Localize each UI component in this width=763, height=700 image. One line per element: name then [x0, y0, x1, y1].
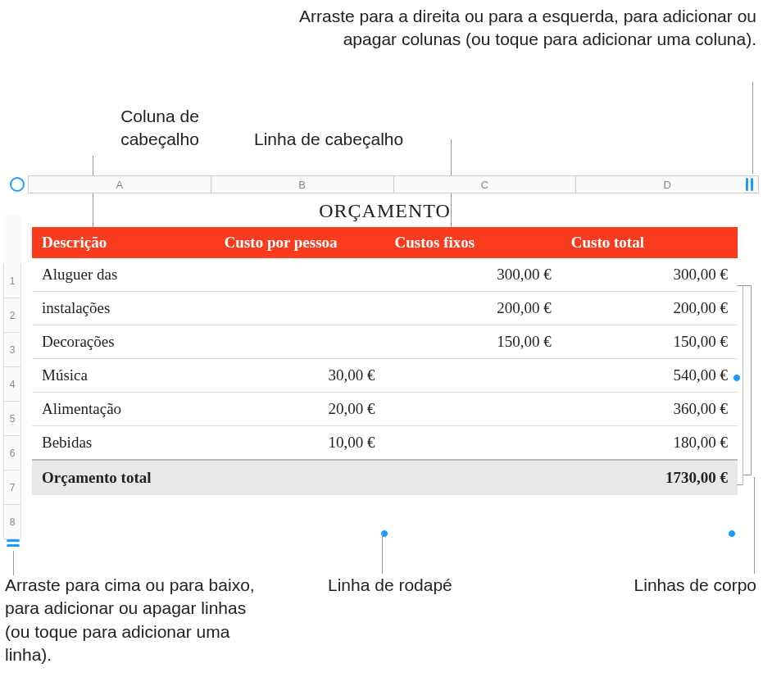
leader-line	[754, 477, 755, 574]
callout-body-rows: Linhas de corpo	[625, 574, 756, 597]
cell-per-person[interactable]: 20,00 €	[202, 393, 385, 426]
row-header-1[interactable]: 1	[3, 264, 21, 298]
cell-per-person[interactable]	[202, 325, 385, 359]
footer-label[interactable]: Orçamento total	[32, 460, 561, 495]
cell-per-person[interactable]: 10,00 €	[202, 426, 385, 461]
spreadsheet-area: A B C D 1 2 3 4 5 6 7 8 ORÇAMENTO Descri…	[3, 175, 759, 548]
cell-total[interactable]: 360,00 €	[561, 393, 738, 426]
cell-desc[interactable]: Decorações	[32, 325, 202, 359]
cell-fixed[interactable]	[384, 359, 561, 393]
table-row[interactable]: Bebidas 10,00 € 180,00 €	[32, 426, 738, 461]
table-title: ORÇAMENTO	[32, 200, 738, 222]
cell-desc[interactable]: Bebidas	[32, 426, 202, 461]
bracket-body-rows-inner	[737, 285, 743, 485]
bracket-body-rows	[743, 285, 752, 475]
cell-desc[interactable]: Música	[32, 359, 202, 393]
cell-fixed[interactable]	[384, 426, 561, 461]
footer-row[interactable]: Orçamento total 1730,00 €	[32, 460, 738, 495]
leader-line	[752, 82, 753, 174]
table-row[interactable]: Alimentação 20,00 € 360,00 €	[32, 393, 738, 426]
th-description[interactable]: Descrição	[32, 227, 202, 258]
th-total[interactable]: Custo total	[561, 227, 738, 258]
callout-header-row: Linha de cabeçalho	[254, 128, 467, 151]
cell-per-person[interactable]	[202, 258, 385, 292]
cell-per-person[interactable]	[202, 292, 385, 325]
row-ruler[interactable]: 1 2 3 4 5 6 7 8	[3, 215, 21, 539]
row-header-6[interactable]: 6	[3, 436, 21, 470]
cell-total[interactable]: 540,00 €	[561, 359, 738, 393]
table-row[interactable]: Música 30,00 € 540,00 €	[32, 359, 738, 393]
row-header-3[interactable]: 3	[3, 333, 21, 367]
callout-header-column: Coluna de cabeçalho	[94, 105, 225, 152]
table-row[interactable]: instalações 200,00 € 200,00 €	[32, 292, 738, 325]
budget-table[interactable]: Descrição Custo por pessoa Custos fixos …	[32, 227, 738, 495]
cell-fixed[interactable]: 300,00 €	[384, 258, 561, 292]
table-body: Aluguer das 300,00 € 300,00 € instalaçõe…	[32, 258, 738, 460]
cell-fixed[interactable]: 200,00 €	[384, 292, 561, 325]
callout-footer-row: Linha de rodapé	[328, 574, 508, 597]
cell-fixed[interactable]: 150,00 €	[384, 325, 561, 359]
th-per-person[interactable]: Custo por pessoa	[202, 227, 385, 258]
footer-total[interactable]: 1730,00 €	[561, 460, 738, 495]
callout-add-columns: Arraste para a direita ou para a esquerd…	[297, 5, 756, 52]
table-row[interactable]: Aluguer das 300,00 € 300,00 €	[32, 258, 738, 292]
cell-total[interactable]: 300,00 €	[561, 258, 738, 292]
cell-total[interactable]: 150,00 €	[561, 325, 738, 359]
add-column-handle-icon[interactable]	[746, 178, 754, 191]
header-row[interactable]: Descrição Custo por pessoa Custos fixos …	[32, 227, 738, 258]
row-header-5[interactable]: 5	[3, 402, 21, 436]
cell-desc[interactable]: Aluguer das	[32, 258, 202, 292]
row-header-2[interactable]: 2	[3, 298, 21, 333]
callout-add-rows: Arraste para cima ou para baixo, para ad…	[5, 574, 267, 666]
row-header-4[interactable]: 4	[3, 367, 21, 402]
budget-table-wrap: ORÇAMENTO Descrição Custo por pessoa Cus…	[32, 200, 738, 495]
cell-desc[interactable]: instalações	[32, 292, 202, 325]
col-header-c[interactable]: C	[394, 175, 577, 193]
cell-total[interactable]: 200,00 €	[561, 292, 738, 325]
selection-handle-icon[interactable]	[728, 530, 736, 538]
leader-line	[13, 551, 14, 575]
cell-per-person[interactable]: 30,00 €	[202, 359, 385, 393]
cell-total[interactable]: 180,00 €	[561, 426, 738, 461]
table-row[interactable]: Decorações 150,00 € 150,00 €	[32, 325, 738, 359]
th-fixed[interactable]: Custos fixos	[384, 227, 561, 258]
row-header-8[interactable]: 8	[3, 505, 21, 539]
col-header-b[interactable]: B	[211, 175, 394, 193]
table-select-handle-icon[interactable]	[10, 177, 25, 192]
row-header-7[interactable]: 7	[3, 470, 21, 505]
add-row-handle-icon[interactable]	[7, 539, 20, 548]
column-ruler[interactable]: A B C D	[28, 175, 759, 193]
cell-desc[interactable]: Alimentação	[32, 393, 202, 426]
col-header-d[interactable]: D	[576, 175, 759, 193]
leader-line	[382, 533, 383, 574]
col-header-a[interactable]: A	[28, 175, 211, 193]
cell-fixed[interactable]	[384, 393, 561, 426]
